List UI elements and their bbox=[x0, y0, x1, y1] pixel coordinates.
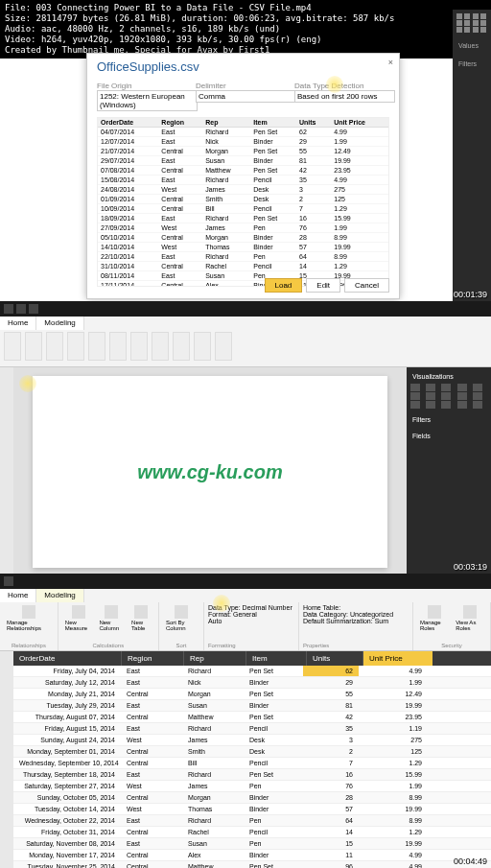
table-row[interactable]: Saturday, July 12, 2014EastNickBinder291… bbox=[13, 677, 491, 689]
viz-icon[interactable] bbox=[480, 20, 486, 26]
ribbon-button[interactable] bbox=[130, 332, 148, 361]
ribbon-button[interactable] bbox=[46, 332, 63, 361]
viz-icon[interactable] bbox=[480, 13, 486, 19]
file-size: Size: 28114797 bytes (26.81 MiB), durati… bbox=[5, 13, 486, 24]
ribbon-button[interactable] bbox=[4, 332, 21, 361]
col-region[interactable]: Region bbox=[122, 651, 184, 666]
viz-icon[interactable] bbox=[441, 392, 451, 400]
viz-icon[interactable] bbox=[426, 401, 435, 409]
tab-home[interactable]: Home bbox=[0, 317, 36, 330]
table-row[interactable]: Monday, July 21, 2014CentralMorganPen Se… bbox=[13, 689, 491, 700]
table-row[interactable]: Sunday, August 24, 2014WestJamesDesk3275 bbox=[13, 735, 491, 746]
col-orderdate[interactable]: OrderDate bbox=[13, 651, 122, 666]
ribbon-button[interactable] bbox=[152, 332, 169, 361]
view-rail[interactable] bbox=[0, 651, 13, 868]
manage-roles-button[interactable]: Manage Roles bbox=[417, 604, 451, 632]
table-row[interactable]: Monday, November 17, 2014CentralAlexBind… bbox=[13, 850, 491, 861]
sort-icon bbox=[175, 605, 188, 619]
table-row[interactable]: Saturday, September 27, 2014WestJamesPen… bbox=[13, 781, 491, 792]
tab-modeling[interactable]: Modeling bbox=[36, 589, 83, 602]
filters-panel-title: Filters bbox=[410, 414, 487, 425]
ribbon-button[interactable] bbox=[25, 332, 42, 361]
viz-icon[interactable] bbox=[457, 401, 467, 409]
table-row[interactable]: Sunday, October 05, 2014CentralMorganBin… bbox=[13, 792, 491, 804]
viz-icon[interactable] bbox=[426, 384, 435, 391]
table-row[interactable]: Wednesday, October 22, 2014EastRichardPe… bbox=[13, 815, 491, 827]
table-row[interactable]: Friday, October 31, 2014CentralRachelPen… bbox=[13, 827, 491, 838]
data-grid[interactable]: OrderDate Region Rep Item Units Unit Pri… bbox=[13, 651, 491, 868]
col-unitprice[interactable]: Unit Price bbox=[363, 651, 433, 666]
table-row[interactable]: Thursday, August 07, 2014CentralMatthewP… bbox=[13, 712, 491, 723]
close-icon[interactable]: × bbox=[388, 58, 393, 67]
csv-import-dialog: × OfficeSupplies.csv File Origin 1252: W… bbox=[86, 53, 400, 299]
viz-icon[interactable] bbox=[473, 384, 482, 391]
new-column-button[interactable]: New Column bbox=[96, 604, 127, 632]
table-row[interactable]: Saturday, November 08, 2014EastSusanPen1… bbox=[13, 838, 491, 850]
table-row[interactable]: Tuesday, July 29, 2014EastSusanBinder811… bbox=[13, 700, 491, 712]
ribbon-button[interactable] bbox=[88, 332, 105, 361]
viz-icon[interactable] bbox=[410, 384, 420, 391]
view-as-roles-button[interactable]: View As Roles bbox=[453, 604, 486, 632]
viz-icon[interactable] bbox=[441, 384, 451, 391]
viz-icon[interactable] bbox=[441, 401, 451, 409]
ribbon-button[interactable] bbox=[215, 332, 232, 361]
viz-icon[interactable] bbox=[473, 401, 482, 409]
app-icon bbox=[4, 576, 13, 586]
viz-icon[interactable] bbox=[426, 392, 435, 400]
view-rail[interactable] bbox=[0, 367, 13, 574]
viz-icon[interactable] bbox=[480, 27, 486, 33]
cancel-button[interactable]: Cancel bbox=[344, 278, 389, 293]
app-icon bbox=[4, 304, 13, 314]
watermark-text: www.cg-ku.com bbox=[137, 461, 283, 483]
file-origin-select[interactable]: 1252: Western European (Windows) bbox=[97, 90, 198, 111]
viz-icon[interactable] bbox=[473, 20, 479, 26]
sort-by-column-button[interactable]: Sort By Column bbox=[163, 604, 199, 632]
ribbon-button[interactable] bbox=[109, 332, 127, 361]
table-row[interactable]: Tuesday, November 25, 2014CentralMatthew… bbox=[13, 861, 491, 868]
viz-icon[interactable] bbox=[457, 392, 467, 400]
viz-icon[interactable] bbox=[473, 13, 479, 19]
viz-icon[interactable] bbox=[473, 27, 479, 33]
manage-relationships-button[interactable]: Manage Relationships bbox=[4, 604, 54, 632]
viz-icon[interactable] bbox=[457, 384, 467, 391]
file-audio: Audio: aac, 48000 Hz, 2 channels, s16, 1… bbox=[5, 24, 486, 35]
ribbon-button[interactable] bbox=[194, 332, 211, 361]
preview-row: 29/07/2014EastSusanBinder8119.99 bbox=[98, 156, 388, 166]
format-auto[interactable]: Auto bbox=[208, 618, 222, 624]
table-row[interactable]: Tuesday, October 14, 2014WestThomasBinde… bbox=[13, 804, 491, 815]
viz-icon[interactable] bbox=[410, 392, 420, 400]
datatype-select[interactable]: Based on first 200 rows bbox=[294, 90, 395, 103]
col-rep[interactable]: Rep bbox=[184, 651, 246, 666]
save-icon[interactable] bbox=[16, 304, 26, 314]
tab-home[interactable]: Home bbox=[0, 589, 36, 602]
viz-icon[interactable] bbox=[464, 27, 470, 33]
data-category-select[interactable]: Data Category: Uncategorized bbox=[303, 611, 393, 618]
table-row[interactable]: Wednesday, September 10, 2014CentralBill… bbox=[13, 758, 491, 769]
table-row[interactable]: Monday, September 01, 2014CentralSmithDe… bbox=[13, 746, 491, 758]
report-canvas[interactable]: www.cg-ku.com bbox=[13, 367, 407, 574]
tab-modeling[interactable]: Modeling bbox=[36, 317, 83, 330]
table-row[interactable]: Friday, August 15, 2014EastRichardPencil… bbox=[13, 723, 491, 735]
col-units[interactable]: Units bbox=[307, 651, 363, 666]
delimiter-select[interactable]: Comma bbox=[196, 90, 296, 103]
undo-icon[interactable] bbox=[29, 304, 38, 314]
viz-icon[interactable] bbox=[456, 13, 462, 19]
ribbon-button[interactable] bbox=[173, 332, 190, 361]
ribbon-button[interactable] bbox=[67, 332, 84, 361]
viz-icon[interactable] bbox=[473, 392, 482, 400]
new-table-button[interactable]: New Table bbox=[129, 604, 154, 632]
col-item[interactable]: Item bbox=[246, 651, 307, 666]
table-row[interactable]: Thursday, September 18, 2014EastRichardP… bbox=[13, 769, 491, 781]
viz-icon[interactable] bbox=[410, 401, 420, 409]
table-row[interactable]: Friday, July 04, 2014EastRichardPen Set6… bbox=[13, 666, 491, 677]
preview-row: 12/07/2014EastNickBinder291.99 bbox=[98, 137, 388, 147]
new-measure-button[interactable]: New Measure bbox=[62, 604, 95, 632]
viz-icon[interactable] bbox=[456, 20, 462, 26]
viz-icon[interactable] bbox=[456, 27, 462, 33]
summarization-select[interactable]: Default Summarization: Sum bbox=[303, 618, 388, 624]
viz-icon[interactable] bbox=[464, 20, 470, 26]
load-button[interactable]: Load bbox=[265, 278, 303, 293]
format-select[interactable]: Format: General bbox=[208, 611, 257, 618]
viz-icon[interactable] bbox=[464, 13, 470, 19]
edit-button[interactable]: Edit bbox=[306, 278, 340, 293]
